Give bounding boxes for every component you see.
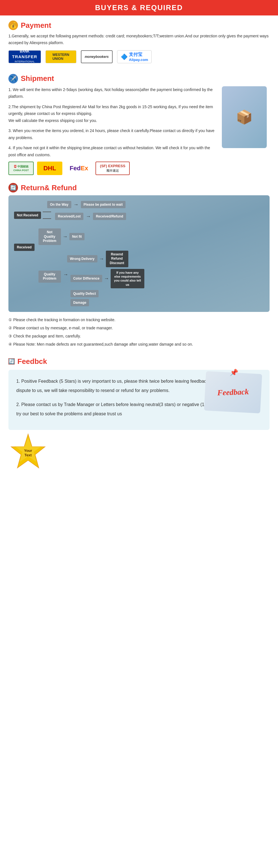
moneybookers-logo: moneybookers — [81, 50, 113, 63]
shipment-section: ✈️ Shipment 1. We will sent the items wi… — [0, 69, 278, 178]
branch-spacer-1 — [38, 247, 144, 249]
star-badge-wrapper: Your Text — [8, 433, 48, 472]
svg-text:Your: Your — [24, 448, 32, 453]
svg-text:Text: Text — [25, 453, 32, 457]
arrow-3: → — [63, 234, 68, 240]
china-post-logo: 📮 中国邮政CHINA POST — [8, 162, 34, 175]
note-3: ③ Check the package and Item, carefully. — [8, 333, 270, 340]
shipment-title-row: ✈️ Shipment — [8, 74, 270, 84]
feedback-title-row: 🔄 Feedbck — [8, 357, 270, 366]
payment-title-row: 💰 Payment — [8, 21, 270, 30]
return-icon: 🔄 — [8, 183, 18, 192]
shipment-para-3: 3. When you receive the items you ordere… — [8, 127, 216, 141]
quality-sub-items: Color Difference → If you have any else … — [70, 269, 144, 306]
not-received-flow: On the Way → Please be patient to wait N… — [14, 201, 264, 220]
feedback-paper: 📌 Feedback — [204, 371, 262, 413]
return-refund-section: 🔄 Return& Refund On the Way → Please be … — [0, 178, 278, 352]
received-lost-node: Received/Lost — [55, 213, 83, 220]
note-2: ② Please contact us by meesage, e-mail, … — [8, 324, 270, 332]
color-difference-node: Color Difference — [70, 275, 102, 282]
quality-defect-node: Quality Defect — [70, 290, 99, 297]
refund-notes: ① Please check the tracking in formation… — [8, 316, 270, 348]
payment-section: 💰 Payment 1.Generally, we accept the fol… — [0, 16, 278, 69]
on-the-way-node: On the Way — [47, 201, 71, 208]
fedex-logo: FedEx — [66, 162, 92, 175]
flowchart-container: On the Way → Please be patient to wait N… — [8, 195, 270, 312]
feedback-content-area: 📌 Feedback 1. Positive Feedback (5 Stars… — [8, 370, 270, 430]
quality-branch: Wrong Delivery → ResendRefundDiscount — [38, 251, 144, 267]
wrong-delivery-row: Wrong Delivery → ResendRefundDiscount — [38, 251, 128, 267]
sf-express-logo: (SF) EXPRESS 顺丰速运 — [96, 162, 130, 175]
shipment-heading: Shipment — [21, 74, 54, 83]
arrow-7: → — [104, 276, 109, 282]
feedback-icon: 🔄 — [8, 358, 14, 365]
payment-logos-row: BANKTRANSFERINTERNATIONAL WESTERNUNION m… — [8, 50, 270, 63]
received-lost-row: Received/Lost → Received/Refund — [17, 213, 264, 220]
note-4: ④ Please Note: Men made defects are not … — [8, 341, 270, 348]
quality-problem-node: QualityProblem — [38, 271, 61, 283]
quality-defect-row: Quality Defect — [70, 290, 144, 297]
payment-icon: 💰 — [8, 21, 18, 30]
alipay-logo: 🔷 支付宝Alipay.com — [117, 50, 152, 63]
please-wait-node: Please be patient to wait — [81, 201, 126, 208]
return-heading: Return& Refund — [21, 184, 77, 192]
not-received-row1: On the Way → Please be patient to wait — [17, 201, 264, 208]
carrier-logos-row: 📮 中国邮政CHINA POST DHL FedEx (SF) EXPRESS … — [8, 162, 216, 175]
arrow-5: → — [99, 256, 104, 262]
feedback-image-label: Feedback — [217, 387, 249, 397]
shipment-content: 1. We will sent the items within 2-5days… — [8, 86, 270, 175]
delivery-person-image: 📦 — [219, 86, 270, 175]
not-quality-row: NotQualityProblem → Not fit — [38, 228, 85, 245]
payment-heading: Payment — [21, 21, 51, 30]
quality-main-branch: QualityProblem → Color Difference → If y… — [38, 269, 144, 306]
note-1: ① Please check the tracking in formation… — [8, 316, 270, 323]
not-quality-node: NotQualityProblem — [38, 228, 61, 245]
received-branches: NotQualityProblem → Not fit Wrong Delive… — [38, 227, 144, 306]
damage-node: Damage — [70, 299, 89, 306]
damage-row: Damage — [70, 299, 144, 306]
shipment-para-1: 1. We will sent the items within 2-5days… — [8, 86, 216, 100]
shipment-icon: ✈️ — [8, 74, 18, 84]
payment-description: 1.Generally, we accept the following pay… — [8, 33, 270, 46]
arrow-1: → — [74, 202, 79, 208]
received-refund-node: Received/Refund — [93, 213, 126, 220]
arrow-2: → — [85, 214, 91, 219]
received-flow: Received NotQualityProblem → Not fit — [14, 227, 264, 306]
feedback-section: 🔄 Feedbck 📌 Feedback 1. Positive Feedbac… — [0, 352, 278, 480]
not-fit-node: Not fit — [69, 233, 85, 240]
color-diff-row: Color Difference → If you have any else … — [70, 269, 144, 288]
star-badge-svg: Your Text — [8, 433, 48, 472]
resend-refund-node: ResendRefundDiscount — [106, 251, 128, 267]
shipment-para-2: 2.The shipment by China Post Registered … — [8, 103, 216, 124]
page-header: BUYERS & REQUIRED — [0, 0, 278, 16]
shipment-para-4: 4. If you have not got it within the shi… — [8, 145, 216, 158]
return-title-row: 🔄 Return& Refund — [8, 183, 270, 192]
upper-branch-line — [43, 212, 51, 212]
wrong-delivery-node: Wrong Delivery — [67, 255, 98, 262]
not-quality-branch: NotQualityProblem → Not fit — [38, 227, 144, 245]
else-requirements-node: If you have any else requirements you co… — [111, 269, 144, 288]
western-union-logo: WESTERNUNION — [45, 50, 76, 63]
shipment-text-column: 1. We will sent the items within 2-5days… — [8, 86, 216, 175]
delivery-icon: 📦 — [222, 86, 267, 148]
arrow-6: → — [63, 272, 68, 278]
dhl-logo: DHL — [37, 162, 62, 175]
star-badge-row: Your Text — [8, 433, 270, 478]
received-node: Received — [14, 244, 35, 251]
quality-left: Wrong Delivery → ResendRefundDiscount — [38, 251, 128, 267]
page-title: BUYERS & REQUIRED — [0, 3, 278, 12]
bank-transfer-logo: BANKTRANSFERINTERNATIONAL — [8, 50, 41, 63]
feedback-heading: Feedbck — [18, 357, 47, 366]
